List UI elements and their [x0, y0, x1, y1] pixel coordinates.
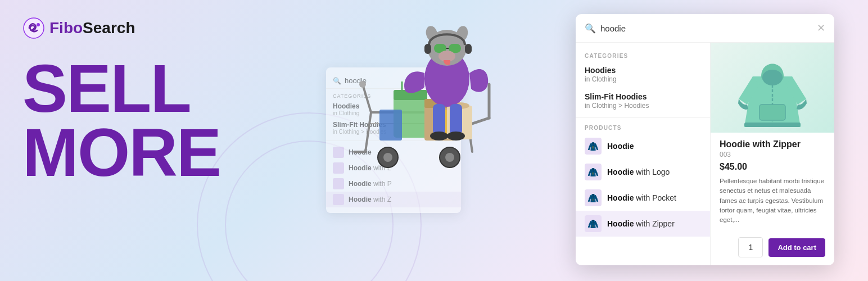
svg-point-41: [762, 70, 783, 85]
logo: FiboSearch: [22, 17, 292, 39]
product-detail-price: $45.00: [720, 162, 825, 172]
product-name-2: Hoodie with Logo: [607, 167, 670, 176]
product-detail-image: [711, 43, 834, 133]
main-dropdown: 🔍 ✕ CATEGORIES Hoodies in Clothing Slim-…: [576, 14, 834, 265]
category-hoodies-sub: in Clothing: [585, 75, 701, 83]
product-detail-actions: 1 Add to cart: [711, 232, 834, 265]
svg-line-3: [365, 112, 371, 152]
product-thumb-4: 🧥: [585, 215, 602, 232]
category-slim-fit[interactable]: Slim-Fit Hoodies in Clothing > Hoodies: [576, 88, 710, 114]
search-input[interactable]: [600, 24, 812, 33]
dropdown-right-panel: Hoodie with Zipper 003 $45.00 Pellentesq…: [711, 43, 834, 265]
dropdown-body: CATEGORIES Hoodies in Clothing Slim-Fit …: [576, 43, 834, 265]
quantity-box[interactable]: 1: [738, 237, 763, 257]
category-hoodies[interactable]: Hoodies in Clothing: [576, 61, 710, 88]
product-detail-info: Hoodie with Zipper 003 $45.00 Pellentesq…: [711, 133, 834, 232]
product-name-4: Hoodie with Zipper: [607, 219, 675, 228]
product-hoodie[interactable]: 🧥 Hoodie: [576, 133, 710, 159]
product-hoodie-logo[interactable]: 🧥 Hoodie with Logo: [576, 159, 710, 185]
svg-point-12: [445, 153, 454, 162]
product-hoodie-zipper[interactable]: 🧥 Hoodie with Zipper: [576, 211, 710, 237]
character-area: [337, 22, 540, 281]
product-thumb-1: 🧥: [585, 138, 602, 155]
add-to-cart-button[interactable]: Add to cart: [768, 238, 825, 257]
svg-point-1: [37, 23, 40, 26]
svg-rect-38: [450, 104, 462, 135]
character-svg: [337, 22, 528, 264]
svg-point-40: [447, 132, 465, 140]
category-slim-sub: in Clothing > Hoodies: [585, 102, 701, 110]
logo-icon: [22, 17, 45, 39]
product-thumb-2: 🧥: [585, 164, 602, 180]
svg-rect-44: [744, 123, 801, 127]
product-hoodie-pocket[interactable]: 🧥 Hoodie with Pocket: [576, 185, 710, 211]
category-slim-title: Slim-Fit Hoodies: [585, 92, 701, 101]
dropdown-search-row: 🔍 ✕: [576, 14, 834, 43]
products-divider: [576, 117, 710, 118]
hero-line1: SELL: [22, 56, 292, 120]
svg-rect-23: [379, 110, 402, 140]
product-name-3: Hoodie with Pocket: [607, 193, 676, 202]
svg-rect-36: [465, 44, 472, 54]
logo-text: FiboSearch: [49, 19, 135, 37]
products-section-label: PRODUCTS: [576, 121, 710, 133]
search-icon: 🔍: [585, 23, 596, 34]
svg-rect-37: [433, 104, 445, 135]
product-detail-name: Hoodie with Zipper: [720, 139, 825, 149]
hero-line2: MORE: [22, 120, 292, 184]
left-section: FiboSearch SELL MORE: [0, 0, 315, 281]
svg-point-14: [359, 81, 366, 88]
product-name-1: Hoodie: [607, 142, 634, 151]
svg-rect-35: [424, 44, 431, 54]
product-detail-sku: 003: [720, 151, 825, 158]
product-detail-desc: Pellentesque habitant morbi tristique se…: [720, 176, 825, 225]
hero-text: SELL MORE: [22, 56, 292, 184]
svg-point-39: [430, 132, 448, 140]
banner: FiboSearch SELL MORE 🔍 hoodie CATEGORIES…: [0, 0, 868, 281]
svg-point-10: [383, 153, 392, 162]
svg-line-13: [363, 84, 371, 112]
categories-section-label: CATEGORIES: [576, 49, 710, 61]
product-detail: Hoodie with Zipper 003 $45.00 Pellentesq…: [711, 43, 834, 265]
logo-fibo: Fibo: [49, 19, 83, 37]
svg-rect-43: [760, 105, 785, 120]
clear-icon[interactable]: ✕: [817, 22, 825, 34]
category-hoodies-title: Hoodies: [585, 66, 701, 75]
product-thumb-3: 🧥: [585, 189, 602, 206]
hoodie-illustration: [736, 48, 809, 127]
logo-search: Search: [83, 19, 135, 37]
svg-line-7: [472, 118, 489, 124]
dropdown-left-panel: CATEGORIES Hoodies in Clothing Slim-Fit …: [576, 43, 711, 265]
